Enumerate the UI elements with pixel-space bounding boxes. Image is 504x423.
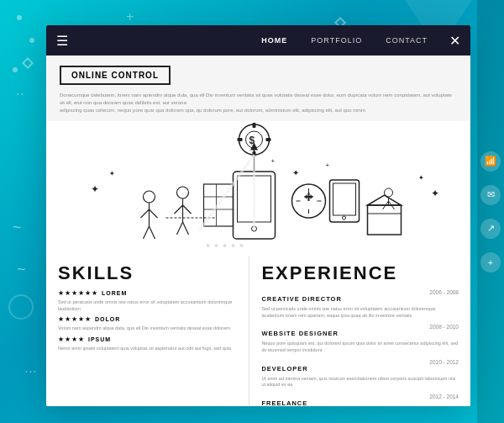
svg-point-54 xyxy=(207,244,210,247)
experience-list: CREATIVE DIRECTOR 2006 - 2008 Sed ut per… xyxy=(261,289,459,406)
experience-title: EXPERIENCE xyxy=(261,262,459,284)
bg-zigzag: ~ xyxy=(13,219,22,236)
exp-year-1: 2008 - 2010 xyxy=(429,324,459,330)
svg-marker-36 xyxy=(305,194,307,199)
header-content: ONLINE CONTROL Donecumque delebutem, lor… xyxy=(46,56,470,121)
skills-section: SKILLS ★★★★★★ LOREM Sed ut persicatis un… xyxy=(46,256,249,406)
plus-icon[interactable]: + xyxy=(480,252,501,272)
skill-desc-0: Sed ut persicatis unde omnis iste natus … xyxy=(58,299,237,312)
exp-item-3: FREELANCE 2012 - 2014 At vero eos et acc… xyxy=(261,394,459,406)
bg-dot xyxy=(17,15,22,20)
svg-line-20 xyxy=(175,205,183,214)
svg-line-14 xyxy=(150,209,158,218)
header-lorem-text: Donecumque delebutem, lorem nam aptendm … xyxy=(60,92,457,114)
svg-text:✦: ✦ xyxy=(292,168,299,177)
illustration-area: $ xyxy=(46,121,470,256)
svg-point-11 xyxy=(144,191,155,203)
bg-circle xyxy=(8,294,34,320)
exp-title-3: FREELANCE xyxy=(261,399,307,406)
skill-desc-1: Volum nam aspendm alque data, qua ell Di… xyxy=(58,325,237,332)
main-card: ☰ HOME PORTFOLIO CONTACT ✕ ONLINE CONTRO… xyxy=(46,25,470,406)
svg-line-23 xyxy=(183,222,189,235)
skills-list: ★★★★★★ LOREM Sed ut persicatis unde omni… xyxy=(58,289,237,352)
online-control-button[interactable]: ONLINE CONTROL xyxy=(60,66,171,85)
bg-zigzag: ~ xyxy=(17,261,26,278)
skill-stars-0: ★★★★★★ xyxy=(58,289,98,297)
svg-rect-38 xyxy=(333,183,356,215)
skill-name-2: IPSUM xyxy=(88,336,113,342)
navbar: ☰ HOME PORTFOLIO CONTACT ✕ xyxy=(46,25,470,56)
svg-rect-7 xyxy=(253,123,256,128)
exp-title-0: CREATIVE DIRECTOR xyxy=(261,295,341,303)
exp-year-2: 2010 - 2012 xyxy=(429,359,459,365)
hamburger-icon[interactable]: ☰ xyxy=(56,33,68,49)
svg-text:✦: ✦ xyxy=(109,170,115,177)
skill-item-0: ★★★★★★ LOREM xyxy=(58,289,237,297)
skill-stars-2: ★★★★ xyxy=(58,336,85,343)
svg-line-21 xyxy=(183,205,192,214)
svg-point-39 xyxy=(343,216,346,219)
experience-section: EXPERIENCE CREATIVE DIRECTOR 2006 - 2008… xyxy=(249,256,470,406)
bg-dot xyxy=(13,67,18,72)
exp-desc-0: Sed ut persicatis unde omnis iste natus … xyxy=(261,306,459,319)
svg-point-18 xyxy=(177,187,189,198)
skill-name-0: LOREM xyxy=(102,290,127,296)
bg-plus: + xyxy=(126,10,134,24)
exp-title-2: DEVELOPER xyxy=(261,365,307,373)
svg-text:+: + xyxy=(271,157,276,165)
svg-point-55 xyxy=(215,244,218,247)
exp-desc-2: Ut enim ad minima veniam, quis nostrum e… xyxy=(261,376,459,389)
skills-experience-section: SKILLS ★★★★★★ LOREM Sed ut persicatis un… xyxy=(46,256,470,406)
svg-line-16 xyxy=(150,226,155,239)
skills-title: SKILLS xyxy=(58,262,237,284)
svg-rect-10 xyxy=(266,138,271,141)
bg-dot-cluster2: • • xyxy=(17,84,24,99)
illustration-svg: $ xyxy=(46,121,470,256)
svg-text:+: + xyxy=(326,161,330,169)
svg-point-56 xyxy=(223,244,227,247)
nav-home[interactable]: HOME xyxy=(253,36,296,45)
exp-year-0: 2006 - 2008 xyxy=(429,289,459,295)
svg-line-22 xyxy=(177,222,183,235)
exp-title-1: WEBSITE DESIGNER xyxy=(261,330,338,337)
svg-point-57 xyxy=(232,244,235,247)
skill-item-2: ★★★★ IPSUM xyxy=(58,336,237,343)
svg-line-15 xyxy=(144,226,150,239)
wifi-icon[interactable]: 📶 xyxy=(480,151,501,172)
right-panel: 📶 ✉ ↗ + xyxy=(477,0,504,423)
bg-diamond xyxy=(22,57,34,69)
bg-dot-cluster: • • • xyxy=(25,362,36,377)
svg-point-58 xyxy=(240,244,244,247)
exp-year-3: 2012 - 2014 xyxy=(429,394,459,399)
svg-text:✦: ✦ xyxy=(418,174,424,182)
svg-text:$: $ xyxy=(249,135,255,146)
svg-point-43 xyxy=(385,188,393,197)
bg-dot xyxy=(29,38,34,43)
svg-rect-9 xyxy=(238,138,243,141)
mail-icon[interactable]: ✉ xyxy=(480,185,501,205)
share-icon[interactable]: ↗ xyxy=(480,219,501,239)
svg-marker-35 xyxy=(311,194,313,199)
close-icon[interactable]: ✕ xyxy=(449,33,460,49)
svg-line-59 xyxy=(200,155,255,230)
svg-text:✦: ✦ xyxy=(431,188,439,199)
nav-contact[interactable]: CONTACT xyxy=(377,36,436,45)
nav-portfolio[interactable]: PORTFOLIO xyxy=(302,36,370,45)
skill-stars-1: ★★★★★ xyxy=(58,315,92,323)
exp-item-2: DEVELOPER 2010 - 2012 Ut enim ad minima … xyxy=(261,359,459,389)
exp-desc-1: Nequo pore quisquam est, qui dolorem ips… xyxy=(261,341,459,353)
svg-rect-40 xyxy=(368,205,402,235)
svg-marker-42 xyxy=(368,195,402,205)
skill-desc-2: Nemo enim ipsam voluptatem quia voluptas… xyxy=(58,346,237,352)
svg-line-13 xyxy=(141,209,150,218)
skill-item-1: ★★★★★ DOLOR xyxy=(58,315,237,323)
exp-item-0: CREATIVE DIRECTOR 2006 - 2008 Sed ut per… xyxy=(261,289,459,319)
svg-text:✦: ✦ xyxy=(91,183,99,195)
skill-name-1: DOLOR xyxy=(95,316,120,322)
exp-item-1: WEBSITE DESIGNER 2008 - 2010 Nequo pore … xyxy=(261,324,459,353)
